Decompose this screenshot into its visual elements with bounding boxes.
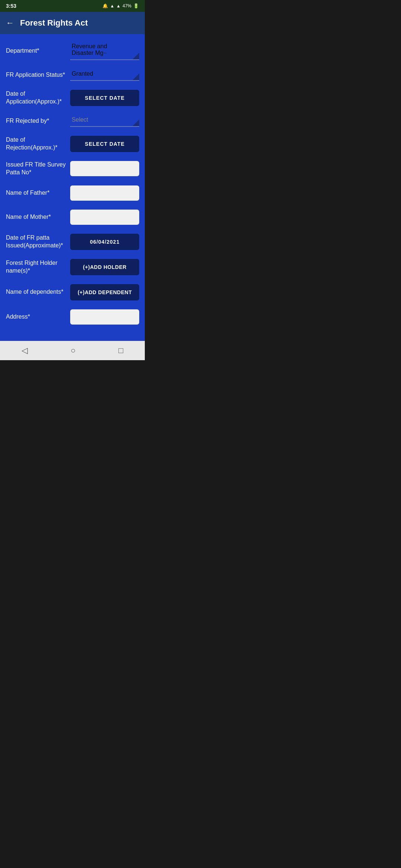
page-title: Forest Rights Act — [20, 18, 88, 28]
fr-rejected-placeholder: Select — [70, 115, 139, 125]
nav-back-button[interactable]: ◁ — [22, 346, 28, 355]
add-dependent-button[interactable]: (+)ADD DEPENDENT — [70, 284, 139, 300]
department-input-wrapper[interactable]: Revenue and Disaster Mg·· — [70, 42, 139, 60]
mother-name-input[interactable] — [70, 210, 139, 225]
select-date-rejection-button[interactable]: SELECT DATE — [70, 136, 139, 152]
mother-name-label: Name of Mother* — [6, 213, 66, 221]
date-application-input-wrapper: SELECT DATE — [70, 90, 139, 106]
department-dropdown[interactable]: Revenue and Disaster Mg·· — [70, 42, 139, 60]
department-value: Revenue and Disaster Mg·· — [70, 42, 139, 58]
wifi-icon: ▲ — [110, 3, 114, 9]
fr-status-dropdown[interactable]: Granted — [70, 69, 139, 81]
select-date-application-button[interactable]: SELECT DATE — [70, 90, 139, 106]
address-label: Address* — [6, 313, 66, 321]
issued-fr-title-input[interactable] — [70, 161, 139, 176]
issued-fr-title-row: Issued FR Title Survey Patta No* — [6, 161, 139, 177]
fr-status-label: FR Application Status* — [6, 71, 66, 79]
father-name-input[interactable] — [70, 185, 139, 201]
battery-level: 47% — [123, 3, 131, 9]
department-row: Department* Revenue and Disaster Mg·· — [6, 42, 139, 60]
status-icons: 🔔 ▲ ▲ 47% 🔋 — [102, 3, 139, 9]
fr-rejected-input-wrapper[interactable]: Select — [70, 115, 139, 127]
mother-name-row: Name of Mother* — [6, 210, 139, 225]
back-button[interactable]: ← — [6, 18, 14, 28]
fr-rejected-dropdown-arrow-icon — [133, 119, 139, 126]
date-rejection-row: Date of Rejection(Approx.)* SELECT DATE — [6, 136, 139, 152]
add-holder-button[interactable]: (+)ADD HOLDER — [70, 259, 139, 275]
dependents-row: Name of dependents* (+)ADD DEPENDENT — [6, 284, 139, 300]
date-application-row: Date of Application(Approx.)* SELECT DAT… — [6, 90, 139, 106]
status-bar: 3:53 🔔 ▲ ▲ 47% 🔋 — [0, 0, 145, 12]
fr-status-value: Granted — [70, 69, 139, 79]
fr-patta-date-button[interactable]: 06/04/2021 — [70, 234, 139, 250]
address-input[interactable] — [70, 309, 139, 325]
fr-patta-date-row: Date of FR patta Issued(Approximate)* 06… — [6, 234, 139, 250]
issued-fr-title-label: Issued FR Title Survey Patta No* — [6, 161, 66, 177]
dropdown-arrow-icon — [133, 53, 139, 59]
address-row: Address* — [6, 309, 139, 325]
nav-recent-button[interactable]: □ — [118, 346, 123, 355]
main-content: Department* Revenue and Disaster Mg·· FR… — [0, 34, 145, 341]
forest-right-holder-row: Forest Right Holder name(s)* (+)ADD HOLD… — [6, 259, 139, 275]
date-rejection-label: Date of Rejection(Approx.)* — [6, 136, 66, 152]
fr-status-row: FR Application Status* Granted — [6, 69, 139, 81]
dependents-input-wrapper: (+)ADD DEPENDENT — [70, 284, 139, 300]
date-rejection-input-wrapper: SELECT DATE — [70, 136, 139, 152]
vibrate-icon: 🔔 — [102, 3, 108, 9]
fr-rejected-dropdown[interactable]: Select — [70, 115, 139, 127]
issued-fr-title-input-wrapper — [70, 161, 139, 176]
address-input-wrapper — [70, 309, 139, 325]
signal-icon: ▲ — [116, 3, 121, 9]
fr-status-dropdown-arrow-icon — [133, 73, 139, 80]
date-application-label: Date of Application(Approx.)* — [6, 90, 66, 106]
fr-status-input-wrapper[interactable]: Granted — [70, 69, 139, 81]
mother-name-input-wrapper — [70, 210, 139, 225]
dependents-label: Name of dependents* — [6, 288, 66, 296]
father-name-input-wrapper — [70, 185, 139, 201]
fr-patta-date-input-wrapper: 06/04/2021 — [70, 234, 139, 250]
forest-right-holder-label: Forest Right Holder name(s)* — [6, 259, 66, 275]
father-name-label: Name of Father* — [6, 189, 66, 197]
fr-patta-date-label: Date of FR patta Issued(Approximate)* — [6, 234, 66, 250]
app-header: ← Forest Rights Act — [0, 12, 145, 34]
nav-bar: ◁ ○ □ — [0, 341, 145, 360]
battery-icon: 🔋 — [133, 3, 139, 9]
father-name-row: Name of Father* — [6, 185, 139, 201]
fr-rejected-row: FR Rejected by* Select — [6, 115, 139, 127]
department-label: Department* — [6, 47, 66, 55]
status-time: 3:53 — [6, 3, 16, 9]
nav-home-button[interactable]: ○ — [71, 346, 75, 355]
forest-right-holder-input-wrapper: (+)ADD HOLDER — [70, 259, 139, 275]
fr-rejected-label: FR Rejected by* — [6, 117, 66, 125]
